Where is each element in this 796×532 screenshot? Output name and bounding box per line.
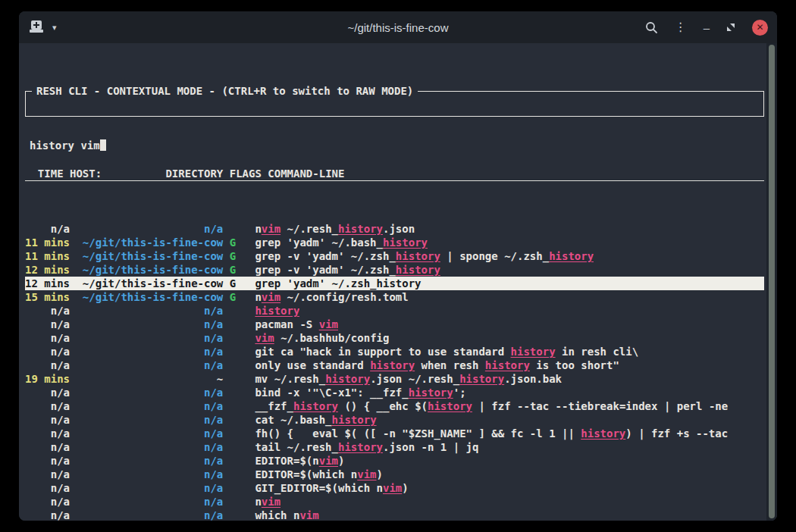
search-query-text: history vim xyxy=(30,139,100,152)
row-time: n/a xyxy=(25,358,70,372)
row-command: EDITOR=$(which nvim) xyxy=(255,468,383,481)
row-time: n/a xyxy=(25,454,70,468)
row-time: 11 mins xyxy=(25,249,70,263)
row-time: n/a xyxy=(25,509,70,521)
row-command: grep 'yadm' ~/.bash_history xyxy=(255,236,428,249)
row-flag xyxy=(230,331,236,345)
row-directory: n/a xyxy=(76,454,223,468)
scrollbar[interactable] xyxy=(766,43,777,521)
close-icon: ✕ xyxy=(756,22,763,33)
row-command: nvim ~/.config/resh.toml xyxy=(255,290,408,304)
row-time: n/a xyxy=(25,413,70,427)
row-directory: n/a xyxy=(76,468,223,481)
history-row[interactable]: n/an/apacman -S vim xyxy=(25,318,764,331)
history-row[interactable]: 15 mins~/git/this-is-fine-cowGnvim ~/.co… xyxy=(25,290,764,304)
row-command: pacman -S vim xyxy=(255,318,338,331)
row-command: history xyxy=(255,304,299,318)
row-flag: G xyxy=(230,290,236,304)
row-directory: n/a xyxy=(76,481,223,495)
row-directory: n/a xyxy=(76,318,223,331)
row-flag xyxy=(230,495,236,509)
history-row[interactable]: n/an/ahistory xyxy=(25,304,764,318)
history-row[interactable]: 11 mins~/git/this-is-fine-cowGgrep -v 'y… xyxy=(25,249,764,263)
history-row[interactable]: n/an/aonly use standard history when res… xyxy=(25,358,764,372)
row-directory: n/a xyxy=(76,222,223,236)
terminal-plus-icon xyxy=(28,20,45,34)
row-command: __fzf_history () { __ehc $(history | fzf… xyxy=(255,399,728,413)
history-row[interactable]: 12 mins~/git/this-is-fine-cowGgrep -v 'y… xyxy=(25,263,764,277)
row-directory: n/a xyxy=(76,358,223,372)
row-directory: ~/git/this-is-fine-cow xyxy=(76,290,223,304)
titlebar-right: ⋮ – ✕ xyxy=(601,20,768,36)
row-flag xyxy=(230,454,236,468)
row-flag xyxy=(230,413,236,427)
history-row[interactable]: n/an/afh() { eval $( ([ -n "$ZSH_NAME" ]… xyxy=(25,427,764,440)
row-directory: n/a xyxy=(76,440,223,454)
row-command: bind -x '"\C-x1": __fzf_history'; xyxy=(255,386,465,399)
history-row[interactable]: 11 mins~/git/this-is-fine-cowGgrep 'yadm… xyxy=(25,236,764,249)
row-time: n/a xyxy=(25,386,70,399)
history-row[interactable]: n/an/aGIT_EDITOR=$(which nvim) xyxy=(25,481,764,495)
row-flag: G xyxy=(230,249,236,263)
history-row[interactable]: n/an/agit ca "hack in support to use sta… xyxy=(25,345,764,358)
history-row[interactable]: n/an/acat ~/.bash_history xyxy=(25,413,764,427)
history-row[interactable]: n/an/anvim ~/.resh_history.json xyxy=(25,222,764,236)
row-command: cat ~/.bash_history xyxy=(255,413,376,427)
row-directory: ~ xyxy=(76,372,223,386)
row-command: GIT_EDITOR=$(which nvim) xyxy=(255,481,408,495)
new-tab-button[interactable] xyxy=(28,20,45,34)
row-flag xyxy=(230,468,236,481)
row-time: n/a xyxy=(25,440,70,454)
minimize-button[interactable]: – xyxy=(704,22,710,33)
search-input[interactable]: history vim xyxy=(26,133,763,152)
row-directory: n/a xyxy=(76,413,223,427)
tabs-menu-button[interactable]: ▾ xyxy=(52,23,57,33)
history-row[interactable]: n/an/a__fzf_history () { __ehc $(history… xyxy=(25,399,764,413)
history-row[interactable]: n/an/atail ~/.resh_history.json -n 1 | j… xyxy=(25,440,764,454)
row-time: 12 mins xyxy=(25,277,70,290)
row-command: fh() { eval $( ([ -n "$ZSH_NAME" ] && fc… xyxy=(255,427,728,440)
row-time: n/a xyxy=(25,468,70,481)
row-command: mv ~/.resh_history.json ~/.resh_history.… xyxy=(255,372,562,386)
chevron-down-icon: ▾ xyxy=(52,23,57,33)
search-button[interactable] xyxy=(645,21,658,34)
search-icon xyxy=(645,21,658,34)
row-directory: n/a xyxy=(76,399,223,413)
row-directory: n/a xyxy=(76,304,223,318)
row-time: n/a xyxy=(25,222,70,236)
row-directory: n/a xyxy=(76,386,223,399)
titlebar-left: ▾ xyxy=(28,20,195,34)
row-directory: n/a xyxy=(76,495,223,509)
restore-button[interactable] xyxy=(726,23,735,32)
history-row[interactable]: n/an/aEDITOR=$(nvim) xyxy=(25,454,764,468)
panel-title: RESH CLI - CONTEXTUAL MODE - (CTRL+R to … xyxy=(32,84,418,98)
minimize-icon: – xyxy=(704,22,710,33)
row-directory: ~/git/this-is-fine-cow xyxy=(76,249,223,263)
row-flag xyxy=(230,509,236,521)
row-directory: n/a xyxy=(76,509,223,521)
history-row[interactable]: n/an/anvim xyxy=(25,495,764,509)
row-flag xyxy=(230,318,236,331)
row-time: n/a xyxy=(25,345,70,358)
history-row[interactable]: 12 mins~/git/this-is-fine-cowGgrep 'yadm… xyxy=(25,277,764,290)
history-row[interactable]: 19 mins~mv ~/.resh_history.json ~/.resh_… xyxy=(25,372,764,386)
history-row[interactable]: n/an/avim ~/.bashhub/config xyxy=(25,331,764,345)
unmaximize-icon xyxy=(726,23,735,32)
menu-button[interactable]: ⋮ xyxy=(675,21,687,33)
row-flag xyxy=(230,222,236,236)
row-time: 12 mins xyxy=(25,263,70,277)
row-flag: G xyxy=(230,263,236,277)
row-command: which nvim xyxy=(255,509,318,521)
history-row[interactable]: n/an/aEDITOR=$(which nvim) xyxy=(25,468,764,481)
close-button[interactable]: ✕ xyxy=(752,20,768,36)
scrollbar-thumb[interactable] xyxy=(769,45,775,518)
row-directory: n/a xyxy=(76,331,223,345)
row-time: n/a xyxy=(25,331,70,345)
terminal-window: ▾ ~/git/this-is-fine-cow ⋮ – xyxy=(19,11,777,521)
row-command: nvim xyxy=(255,495,280,509)
row-directory: ~/git/this-is-fine-cow xyxy=(76,277,223,290)
row-flag: G xyxy=(230,277,236,290)
history-row[interactable]: n/an/awhich nvim xyxy=(25,509,764,521)
history-row[interactable]: n/an/abind -x '"\C-x1": __fzf_history'; xyxy=(25,386,764,399)
row-time: n/a xyxy=(25,495,70,509)
